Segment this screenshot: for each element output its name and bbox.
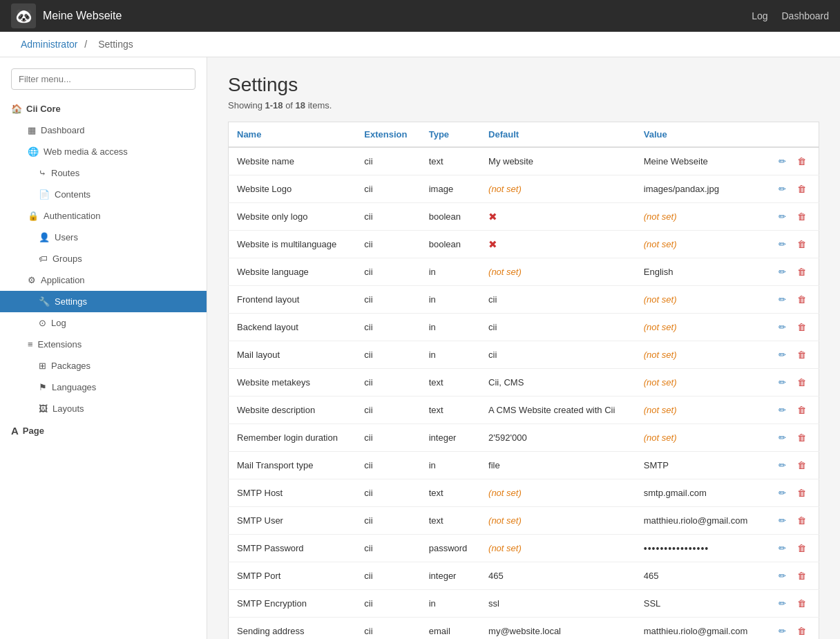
showing-prefix: Showing [228,100,265,111]
delete-button[interactable]: 🗑 [793,320,810,334]
delete-button[interactable]: 🗑 [793,541,810,555]
delete-button[interactable]: 🗑 [793,569,810,583]
edit-button[interactable]: ✏ [774,375,790,390]
sidebar-item-authentication[interactable]: 🔒 Authentication [0,205,207,227]
sidebar-item-layouts[interactable]: 🖼 Layouts [0,398,207,419]
sidebar-item-languages[interactable]: ⚑ Languages [0,376,207,398]
sidebar-item-log-label: Log [51,318,66,328]
delete-button[interactable]: 🗑 [793,596,810,611]
cell-extension: cii [356,479,420,507]
cell-extension: cii [356,424,420,452]
edit-button[interactable]: ✏ [774,430,790,445]
cell-default: 2'592'000 [480,424,636,452]
sidebar-item-log[interactable]: ⊙ Log [0,312,207,334]
wrench-icon: 🔧 [39,296,50,307]
delete-button[interactable]: 🗑 [793,209,810,224]
cell-type: email [421,618,480,640]
cell-actions: ✏ 🗑 [766,535,819,562]
sidebar-filter[interactable] [11,68,195,90]
edit-button[interactable]: ✏ [774,154,790,169]
cell-type: in [421,286,480,314]
edit-button[interactable]: ✏ [774,265,790,279]
sidebar-item-extensions[interactable]: ≡ Extensions [0,334,207,355]
delete-button[interactable]: 🗑 [793,513,810,528]
cell-value: SSL [636,590,766,618]
sidebar-item-application[interactable]: ⚙ Application [0,269,207,291]
layout: 🏠 Cii Core ▦ Dashboard 🌐 Web media & acc… [0,57,840,639]
cell-name: Website Logo [229,175,356,203]
delete-button[interactable]: 🗑 [793,265,810,279]
delete-button[interactable]: 🗑 [793,486,810,500]
edit-button[interactable]: ✏ [774,458,790,473]
cell-default: (not set) [480,175,636,203]
cell-name: SMTP Host [229,479,356,507]
edit-button[interactable]: ✏ [774,347,790,362]
cell-value: (not set) [636,369,766,397]
edit-button[interactable]: ✏ [774,541,790,555]
cell-extension: cii [356,147,420,175]
cell-value: SSL [644,598,661,609]
cell-type: boolean [421,203,480,231]
log-link[interactable]: Log [752,10,767,21]
delete-button[interactable]: 🗑 [793,182,810,196]
delete-button[interactable]: 🗑 [793,237,810,251]
table-row: SMTP User cii text (not set) matthieu.ri… [229,507,819,535]
dashboard-link[interactable]: Dashboard [782,10,830,21]
delete-button[interactable]: 🗑 [793,458,810,473]
cell-name: Website only logo [229,203,356,231]
sidebar-item-contents[interactable]: 📄 Contents [0,184,207,205]
edit-button[interactable]: ✏ [774,486,790,500]
sidebar-item-routes[interactable]: ⤷ Routes [0,162,207,184]
delete-button[interactable]: 🗑 [793,403,810,417]
sidebar-item-groups[interactable]: 🏷 Groups [0,248,207,269]
sidebar-item-dashboard[interactable]: ▦ Dashboard [0,120,207,141]
edit-button[interactable]: ✏ [774,569,790,583]
cell-value: matthieu.riolo@gmail.com [644,626,747,636]
cell-actions: ✏ 🗑 [766,314,819,341]
delete-button[interactable]: 🗑 [793,154,810,169]
sidebar-section-page[interactable]: A Page [0,419,207,442]
tag-icon: 🏷 [39,254,48,264]
edit-button[interactable]: ✏ [774,209,790,224]
delete-button[interactable]: 🗑 [793,347,810,362]
cell-name: Sending address [229,618,356,640]
edit-button[interactable]: ✏ [774,403,790,417]
cell-value: matthieu.riolo@gmail.com [636,618,766,640]
cell-extension: cii [356,590,420,618]
sidebar-item-contents-label: Contents [55,189,90,200]
sidebar-item-settings-label: Settings [55,296,87,307]
sidebar-item-users[interactable]: 👤 Users [0,227,207,248]
delete-button[interactable]: 🗑 [793,430,810,445]
cell-value: My website [488,156,533,166]
table-row: SMTP Host cii text (not set) smtp.gmail.… [229,479,819,507]
edit-button[interactable]: ✏ [774,624,790,638]
table-row: Remember login duration cii integer 2'59… [229,424,819,452]
showing-text: Showing 1-18 of 18 items. [228,100,819,111]
sidebar-section-cii-core[interactable]: 🏠 Cii Core [0,98,207,120]
cell-extension: cii [356,203,420,231]
cell-value: images/pandax.jpg [636,175,766,203]
col-type-header: Type [421,122,480,148]
cell-extension: cii [356,535,420,562]
filter-input[interactable] [11,68,195,90]
bool-false-icon: ✖ [488,238,497,250]
table-row: SMTP Port cii integer 465 465 ✏ 🗑 [229,562,819,590]
delete-button[interactable]: 🗑 [793,292,810,307]
breadcrumb-parent[interactable]: Administrator [21,39,77,50]
edit-button[interactable]: ✏ [774,237,790,251]
sidebar-item-packages[interactable]: ⊞ Packages [0,355,207,376]
sidebar-item-web-media[interactable]: 🌐 Web media & access [0,141,207,162]
cell-name: Website description [229,397,356,424]
cell-value: Cii, CMS [488,377,524,388]
table-header: Name Extension Type Default Value [229,122,819,148]
delete-button[interactable]: 🗑 [793,624,810,638]
edit-button[interactable]: ✏ [774,292,790,307]
cell-value: (not set) [636,424,766,452]
edit-button[interactable]: ✏ [774,596,790,611]
edit-button[interactable]: ✏ [774,513,790,528]
not-set-value: (not set) [644,239,677,249]
sidebar-item-settings[interactable]: 🔧 Settings [0,291,207,312]
delete-button[interactable]: 🗑 [793,375,810,390]
edit-button[interactable]: ✏ [774,182,790,196]
edit-button[interactable]: ✏ [774,320,790,334]
